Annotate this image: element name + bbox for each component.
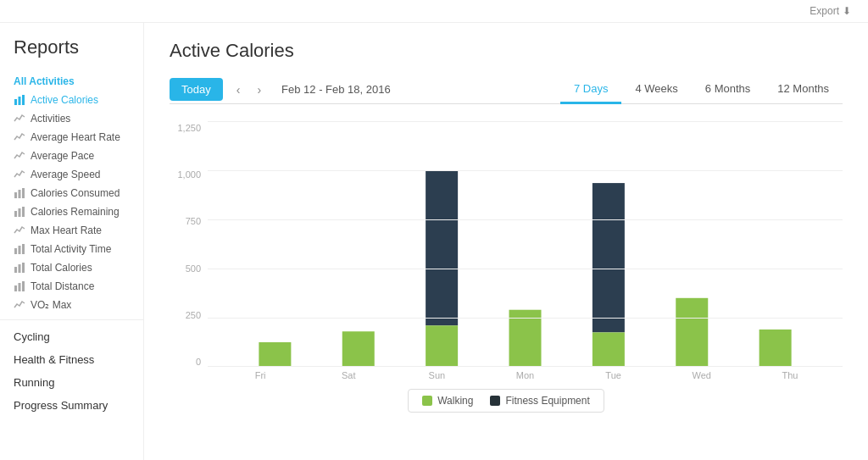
bar-fitness-sun[interactable] — [426, 170, 458, 325]
export-button[interactable]: Export ⬇ — [810, 5, 851, 17]
sidebar-item-activities[interactable]: Activities — [0, 109, 143, 128]
legend-item-walking: Walking — [422, 395, 473, 407]
grid-line-0 — [208, 366, 843, 367]
export-icon: ⬇ — [843, 5, 851, 17]
legend-label-fitness-equipment: Fitness Equipment — [505, 395, 589, 407]
svg-rect-7 — [19, 208, 21, 217]
prev-button[interactable]: ‹ — [233, 81, 244, 98]
sidebar-item-calories-remaining[interactable]: Calories Remaining — [0, 202, 143, 221]
sidebar-item-label-vo2-max: VO₂ Max — [31, 299, 71, 311]
grid-line-1000 — [208, 170, 843, 171]
y-label-250: 250 — [186, 310, 201, 320]
sidebar-item-max-heart-rate[interactable]: Max Heart Rate — [0, 221, 143, 240]
grid-line-1250 — [208, 121, 843, 122]
x-label-wed: Wed — [658, 370, 746, 380]
sidebar-category-health-fitness[interactable]: Health & Fitness — [0, 348, 143, 371]
y-label-1250: 1,250 — [177, 123, 201, 133]
sidebar-item-average-pace[interactable]: Average Pace — [0, 147, 143, 165]
svg-rect-5 — [22, 188, 25, 198]
chart-plot — [208, 121, 843, 367]
bar-icon — [14, 94, 25, 106]
bar-icon — [14, 243, 25, 255]
x-label-mon: Mon — [481, 370, 569, 380]
line-icon — [14, 224, 25, 236]
sidebar-item-label-calories-consumed: Calories Consumed — [31, 187, 120, 199]
bar-walking-wed[interactable] — [676, 298, 708, 367]
svg-rect-16 — [19, 283, 21, 291]
bar-icon — [14, 262, 25, 274]
sidebar-item-label-activities: Activities — [31, 113, 70, 125]
svg-rect-13 — [19, 264, 21, 273]
sidebar-item-label-calories-remaining: Calories Remaining — [31, 206, 120, 218]
y-label-1000: 1,000 — [177, 169, 201, 180]
svg-rect-1 — [19, 97, 21, 105]
legend-color-walking — [422, 396, 432, 406]
sidebar-item-total-calories[interactable]: Total Calories — [0, 258, 143, 277]
sidebar-item-active-calories[interactable]: Active Calories — [0, 91, 143, 109]
svg-rect-10 — [19, 246, 21, 254]
line-icon — [14, 113, 25, 125]
bar-icon — [14, 280, 25, 292]
y-label-500: 500 — [186, 263, 201, 274]
y-label-750: 750 — [186, 216, 201, 226]
bar-walking-tue[interactable] — [593, 332, 625, 367]
x-label-thu: Thu — [746, 370, 834, 380]
x-label-fri: Fri — [216, 370, 304, 380]
tab-6months[interactable]: 6 Months — [692, 75, 764, 104]
sidebar-item-label-average-heart-rate: Average Heart Rate — [31, 131, 120, 143]
sidebar-item-total-distance[interactable]: Total Distance — [0, 277, 143, 296]
sidebar-item-label-total-calories: Total Calories — [31, 262, 92, 274]
sidebar-category-cycling[interactable]: Cycling — [0, 325, 143, 348]
svg-rect-6 — [14, 211, 17, 217]
line-icon — [14, 169, 25, 180]
grid-line-500 — [208, 269, 843, 269]
svg-rect-14 — [22, 263, 25, 273]
tab-12months[interactable]: 12 Months — [764, 75, 843, 104]
y-label-0: 0 — [196, 357, 201, 367]
grid-line-250 — [208, 318, 843, 319]
svg-rect-0 — [14, 99, 17, 105]
sidebar-item-label-total-activity-time: Total Activity Time — [31, 243, 111, 255]
sidebar-item-total-activity-time[interactable]: Total Activity Time — [0, 240, 143, 258]
legend-color-fitness-equipment — [490, 396, 500, 406]
x-label-sun: Sun — [392, 370, 481, 380]
svg-rect-15 — [14, 285, 17, 291]
bar-walking-fri[interactable] — [259, 342, 291, 367]
sidebar-item-calories-consumed[interactable]: Calories Consumed — [0, 184, 143, 202]
bar-walking-thu[interactable] — [760, 330, 792, 367]
all-activities-label[interactable]: All Activities — [0, 69, 143, 91]
today-button[interactable]: Today — [170, 78, 223, 101]
sidebar-item-label-average-speed: Average Speed — [31, 169, 101, 180]
date-range: Feb 12 - Feb 18, 2016 — [281, 83, 391, 96]
line-icon — [14, 150, 25, 162]
legend-label-walking: Walking — [437, 395, 473, 407]
sidebar-item-label-average-pace: Average Pace — [31, 150, 94, 162]
next-button[interactable]: › — [253, 81, 264, 98]
line-icon — [14, 299, 25, 311]
svg-rect-9 — [14, 248, 17, 254]
bar-icon — [14, 206, 25, 218]
line-icon — [14, 131, 25, 143]
sidebar-item-average-speed[interactable]: Average Speed — [0, 165, 143, 184]
sidebar-divider — [0, 319, 143, 320]
sidebar-item-average-heart-rate[interactable]: Average Heart Rate — [0, 128, 143, 147]
grid-line-750 — [208, 219, 843, 220]
sidebar-item-label-active-calories: Active Calories — [31, 94, 98, 106]
svg-rect-12 — [14, 267, 17, 273]
time-tabs: 7 Days4 Weeks6 Months12 Months — [560, 75, 843, 103]
sidebar: Reports All Activities Active CaloriesAc… — [0, 23, 144, 460]
controls-row: Today ‹ › Feb 12 - Feb 18, 2016 7 Days4 … — [170, 75, 843, 104]
tab-4weeks[interactable]: 4 Weeks — [621, 75, 691, 104]
bar-fitness-tue[interactable] — [593, 183, 625, 332]
sidebar-category-running[interactable]: Running — [0, 371, 143, 394]
svg-rect-8 — [22, 207, 25, 217]
svg-rect-11 — [22, 244, 25, 254]
x-label-tue: Tue — [570, 370, 658, 380]
bar-walking-sun[interactable] — [426, 325, 458, 367]
sidebar-item-vo2-max[interactable]: VO₂ Max — [0, 296, 143, 314]
tab-7days[interactable]: 7 Days — [560, 75, 621, 104]
bar-walking-sat[interactable] — [342, 331, 375, 367]
svg-rect-2 — [22, 95, 25, 105]
sidebar-category-progress-summary[interactable]: Progress Summary — [0, 394, 143, 417]
export-label: Export — [810, 5, 839, 17]
